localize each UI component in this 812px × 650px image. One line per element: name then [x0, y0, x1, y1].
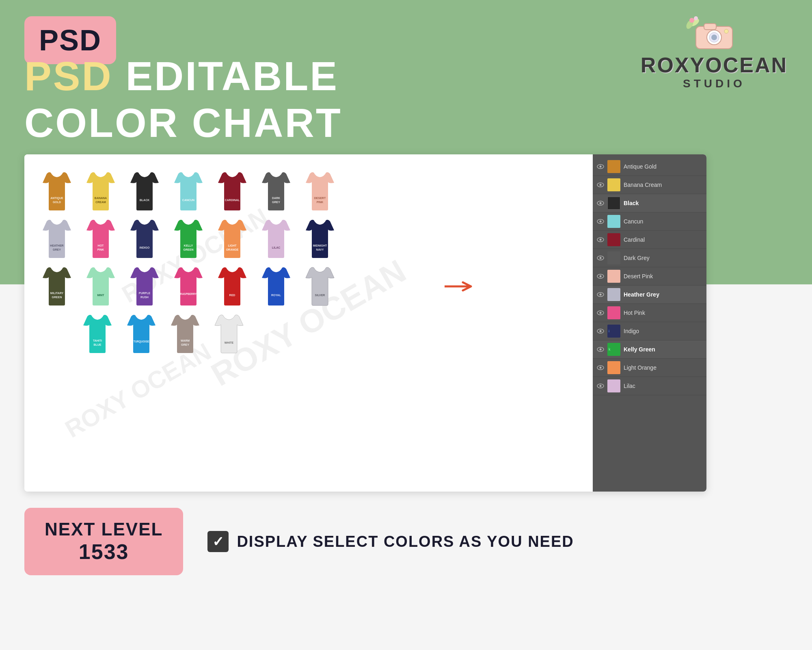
svg-point-8	[711, 35, 717, 40]
shirt-indigo: INDIGO	[124, 218, 165, 261]
layer-thumb	[607, 251, 620, 264]
next-level-text: NEXT LEVEL	[45, 519, 163, 540]
layer-item-light-orange[interactable]: Light Orange	[593, 359, 706, 377]
layer-thumb	[607, 270, 620, 283]
layer-item-desert-pink[interactable]: Desert Pink	[593, 267, 706, 286]
shirt-mint: MINT	[80, 266, 121, 308]
svg-text:BLACK: BLACK	[140, 199, 150, 202]
svg-text:WARM: WARM	[181, 339, 190, 342]
svg-text:KELLY: KELLY	[184, 244, 193, 247]
layer-name: Cancun	[624, 218, 702, 225]
eye-icon	[597, 182, 604, 188]
layer-item-heather-grey[interactable]: Heather Grey	[593, 286, 706, 304]
layer-item-kelly-green[interactable]: k Kelly Green	[593, 340, 706, 359]
svg-point-57	[600, 239, 602, 241]
eye-icon	[597, 328, 604, 334]
shirt-red: RED	[212, 266, 253, 308]
layer-name: Light Orange	[624, 364, 702, 371]
psd-badge-text: PSD	[39, 24, 102, 56]
svg-text:GREEN: GREEN	[52, 296, 62, 299]
shirt-military-green: MILITARY GREEN	[37, 266, 77, 308]
shirt-banana-cream: BANANA CREAM	[80, 171, 121, 213]
eye-icon	[597, 255, 604, 261]
main-title: PSD EDITABLE COLOR CHART	[24, 53, 342, 146]
svg-text:PURPLE: PURPLE	[139, 292, 151, 295]
shirt-purple-rush: PURPLE RUSH	[124, 266, 165, 308]
layer-item-black[interactable]: Black	[593, 194, 706, 212]
eye-icon	[597, 237, 604, 243]
svg-text:INDIGO: INDIGO	[140, 246, 150, 249]
layer-item-cardinal[interactable]: Cardinal	[593, 231, 706, 249]
svg-text:GREY: GREY	[181, 343, 189, 346]
svg-point-53	[600, 202, 602, 204]
eye-icon	[597, 219, 604, 224]
svg-text:ANTIQUE: ANTIQUE	[50, 197, 63, 200]
shirt-kelly-green: KELLY GREEN	[168, 218, 209, 261]
svg-point-71	[600, 367, 602, 369]
layer-item-dark-grey[interactable]: Dark Grey	[593, 249, 706, 267]
shirt-row-4: TAHITI BLUE TURQUOISE WARM GREY	[37, 313, 581, 356]
svg-text:RASPBERRY: RASPBERRY	[180, 292, 197, 295]
layer-item-cancun[interactable]: Cancun	[593, 212, 706, 231]
layers-panel[interactable]: Antique Gold Banana Cream Black	[593, 154, 706, 492]
feature-section: ✓ DISPLAY SELECT COLORS AS YOU NEED	[207, 531, 574, 552]
shirt-cardinal: CARDINAL	[212, 171, 253, 213]
svg-point-2	[689, 18, 694, 23]
layer-thumb	[607, 178, 620, 191]
logo-studio: STUDIO	[683, 77, 745, 90]
eye-icon	[597, 365, 604, 370]
shirt-row-1: ANTIQUE GOLD BANANA CREAM BLACK	[37, 171, 581, 213]
layer-item-indigo[interactable]: i Indigo	[593, 322, 706, 340]
layer-thumb: k	[607, 343, 620, 356]
eye-icon	[597, 347, 604, 352]
svg-text:SILVER: SILVER	[315, 294, 325, 297]
svg-point-3	[694, 16, 698, 20]
layer-name: Indigo	[624, 328, 702, 334]
shirt-turquoise: TURQUOISE	[121, 313, 162, 356]
svg-text:LILAC: LILAC	[272, 246, 281, 249]
layer-thumb	[607, 160, 620, 173]
bottom-section: NEXT LEVEL 1533 ✓ DISPLAY SELECT COLORS …	[24, 508, 706, 575]
svg-text:CANCUN: CANCUN	[182, 199, 194, 202]
shirt-light-orange: LIGHT ORANGE	[212, 218, 253, 261]
layer-name: Antique Gold	[624, 163, 702, 170]
shirt-royal: ROYAL	[256, 266, 296, 308]
layer-name: Kelly Green	[624, 346, 702, 353]
layer-item-hot-pink[interactable]: Hot Pink	[593, 304, 706, 322]
eye-icon	[597, 273, 604, 279]
shirt-warm-grey: WARM GREY	[165, 313, 205, 356]
svg-text:TAHITI: TAHITI	[93, 339, 102, 342]
next-level-number: 1533	[45, 540, 163, 564]
title-psd-word: PSD	[24, 53, 113, 99]
svg-point-63	[600, 294, 602, 296]
shirt-hot-pink: HOT PINK	[80, 218, 121, 261]
svg-point-67	[600, 330, 602, 332]
eye-icon	[597, 164, 604, 169]
svg-text:HOT: HOT	[98, 244, 104, 247]
svg-text:ORANGE: ORANGE	[226, 248, 239, 251]
title-line1: PSD EDITABLE	[24, 53, 342, 100]
shirt-antique-gold: ANTIQUE GOLD	[37, 171, 77, 213]
layer-item-lilac[interactable]: Lilac	[593, 377, 706, 395]
svg-text:BLUE: BLUE	[93, 343, 101, 346]
layer-thumb	[607, 197, 620, 210]
svg-text:GOLD: GOLD	[53, 201, 61, 204]
layer-thumb	[607, 361, 620, 374]
shirt-row-2: HEATHER GREY HOT PINK INDIGO	[37, 218, 581, 261]
svg-point-9	[724, 29, 728, 33]
shirt-tahiti-blue: TAHITI BLUE	[77, 313, 118, 356]
svg-text:BANANA: BANANA	[95, 197, 107, 199]
layer-name: Dark Grey	[624, 255, 702, 261]
layer-name: Hot Pink	[624, 310, 702, 316]
layer-item-antique-gold[interactable]: Antique Gold	[593, 158, 706, 176]
content-panel: ROXY OCEAN ROXY OCEAN ROXY OCEAN ANTIQUE…	[24, 154, 706, 492]
layer-item-banana-cream[interactable]: Banana Cream	[593, 176, 706, 194]
layer-thumb	[607, 306, 620, 319]
layer-name: Heather Grey	[624, 291, 702, 298]
shirt-row-3: MILITARY GREEN MINT PURPLE RUSH	[37, 266, 581, 308]
logo-area: ROXYOCEAN STUDIO	[641, 12, 788, 90]
svg-text:WHITE: WHITE	[225, 341, 234, 344]
svg-text:MILITARY: MILITARY	[50, 292, 64, 295]
shirt-heather-grey: HEATHER GREY	[37, 218, 77, 261]
svg-point-49	[600, 166, 602, 168]
